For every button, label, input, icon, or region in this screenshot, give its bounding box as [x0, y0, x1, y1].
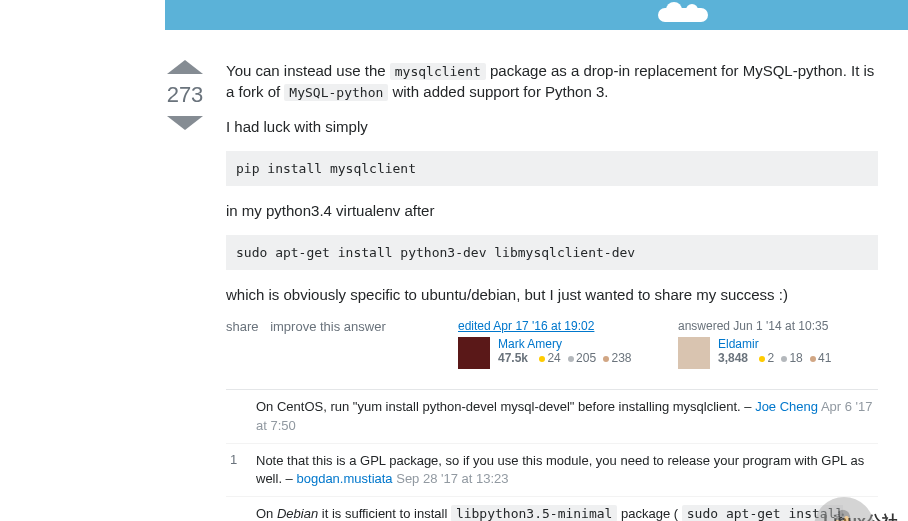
avatar[interactable]: [678, 337, 710, 369]
answered-date: answered Jun 1 '14 at 10:35: [678, 319, 828, 333]
text: with added support for Python 3.: [388, 83, 608, 100]
vote-controls: 273: [160, 60, 210, 521]
code-inline: libpython3.5-minimal: [451, 505, 618, 521]
bronze-badge-icon: [810, 356, 816, 362]
comment-text: it is sufficient to install: [318, 506, 451, 521]
downvote-button[interactable]: [167, 116, 203, 130]
silver-badge-icon: [568, 356, 574, 362]
avatar[interactable]: [458, 337, 490, 369]
editor-card: edited Apr 17 '16 at 19:02 Mark Amery 47…: [458, 319, 658, 369]
code-block: sudo apt-get install python3-dev libmysq…: [226, 235, 878, 270]
penguin-icon: 🐧: [824, 508, 864, 522]
comment-row: On Debian it is sufficient to install li…: [226, 497, 878, 521]
badges: 24 205 238: [535, 351, 631, 365]
author-card: answered Jun 1 '14 at 10:35 Eldamir 3,84…: [678, 319, 878, 369]
silver-badge-icon: [781, 356, 787, 362]
comment-row: On CentOS, run "yum install python-devel…: [226, 390, 878, 443]
comment-vote: [226, 505, 256, 521]
comment-date: Sep 28 '17 at 13:23: [393, 471, 509, 486]
editor-name[interactable]: Mark Amery: [498, 337, 562, 351]
text: You can instead use the: [226, 62, 390, 79]
comment-vote: [226, 398, 256, 434]
author-name[interactable]: Eldamir: [718, 337, 759, 351]
comment-vote: 1: [226, 452, 256, 488]
comment-user[interactable]: bogdan.mustiata: [296, 471, 392, 486]
code-inline: mysqlclient: [390, 63, 486, 80]
comment-em: Debian: [277, 506, 318, 521]
cloud-decoration: [658, 8, 708, 22]
comment-text: package (: [617, 506, 681, 521]
bronze-badge-icon: [603, 356, 609, 362]
gold-badge-icon: [759, 356, 765, 362]
comment-row: 1 Note that this is a GPL package, so if…: [226, 444, 878, 497]
badges: 2 18 41: [755, 351, 831, 365]
answer-body: You can instead use the mysqlclient pack…: [226, 60, 878, 305]
code-inline: MySQL-python: [284, 84, 388, 101]
text: which is obviously specific to ubuntu/de…: [226, 284, 878, 305]
text: I had luck with simply: [226, 116, 878, 137]
vote-count: 273: [160, 82, 210, 108]
top-banner: [165, 0, 908, 30]
watermark: Linux公社 🐧 www.Linuxidc.com: [790, 497, 898, 522]
comments-list: On CentOS, run "yum install python-devel…: [226, 389, 878, 521]
watermark-logo: 🐧: [814, 497, 874, 522]
comment-user[interactable]: Joe Cheng: [755, 399, 818, 414]
comment-text: On: [256, 506, 277, 521]
reputation: 47.5k: [498, 351, 528, 365]
code-block: pip install mysqlclient: [226, 151, 878, 186]
gold-badge-icon: [539, 356, 545, 362]
share-link[interactable]: share: [226, 319, 259, 334]
comment-text: On CentOS, run "yum install python-devel…: [256, 399, 755, 414]
edited-link[interactable]: edited Apr 17 '16 at 19:02: [458, 319, 594, 333]
text: in my python3.4 virtualenv after: [226, 200, 878, 221]
upvote-button[interactable]: [167, 60, 203, 74]
reputation: 3,848: [718, 351, 748, 365]
improve-link[interactable]: improve this answer: [270, 319, 386, 334]
